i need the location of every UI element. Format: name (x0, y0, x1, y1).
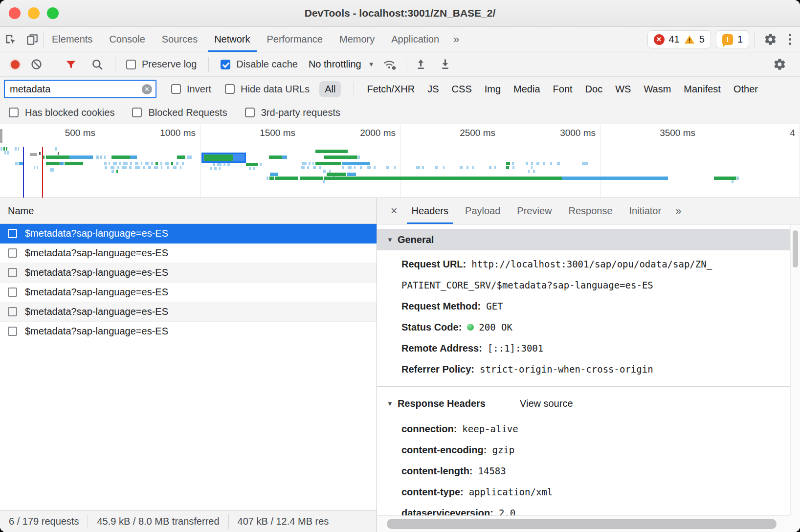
tab-sources[interactable]: Sources (154, 27, 206, 52)
network-toolbar: Preserve log Disable cache No throttling… (0, 52, 800, 77)
row-checkbox[interactable] (8, 307, 17, 316)
tab-performance[interactable]: Performance (259, 27, 332, 52)
inspect-element-icon[interactable] (0, 27, 22, 52)
tab-console[interactable]: Console (101, 27, 153, 52)
waterfall-bar (113, 162, 117, 165)
waterfall-bar (171, 162, 173, 165)
waterfall-bar (130, 155, 137, 159)
settings-gear-icon[interactable] (759, 33, 781, 46)
type-filter-img[interactable]: Img (485, 84, 501, 95)
import-har-icon[interactable] (410, 52, 432, 76)
issues-badge[interactable]: ! 1 (716, 30, 749, 48)
type-filter-other[interactable]: Other (733, 84, 758, 95)
section-divider (377, 386, 790, 387)
blocked-requests-checkbox[interactable] (132, 108, 142, 117)
row-checkbox[interactable] (8, 248, 17, 258)
table-row[interactable]: $metadata?sap-language=es-ES (0, 263, 377, 283)
type-filter-css[interactable]: CSS (452, 84, 472, 95)
type-filter-media[interactable]: Media (513, 84, 540, 95)
device-toolbar-icon[interactable] (22, 27, 43, 52)
window-title: DevTools - localhost:3001/ZN_BASE_2/ (305, 7, 496, 19)
network-overview-timeline[interactable]: 500 ms1000 ms1500 ms2000 ms2500 ms3000 m… (0, 124, 800, 198)
vertical-scrollbar-thumb[interactable] (793, 230, 798, 267)
clear-filter-icon[interactable]: ✕ (142, 84, 152, 94)
waterfall-bar (562, 177, 668, 180)
waterfall-bar (315, 162, 341, 165)
response-headers-section-header[interactable]: ▼ Response Headers View source (377, 392, 790, 415)
type-filter-js[interactable]: JS (427, 84, 439, 95)
type-filter-font[interactable]: Font (553, 84, 573, 95)
timeline-gridline (500, 124, 500, 198)
table-row[interactable]: $metadata?sap-language=es-ES (0, 302, 377, 322)
type-filter-ws[interactable]: WS (615, 84, 631, 95)
network-settings-gear-icon[interactable] (769, 52, 790, 76)
has-blocked-cookies-checkbox[interactable] (9, 108, 19, 117)
general-section-header[interactable]: ▼ General (377, 229, 790, 250)
row-checkbox[interactable] (8, 327, 17, 336)
record-network-log-button[interactable] (11, 60, 20, 69)
clear-network-log-icon[interactable] (25, 52, 47, 76)
horizontal-scrollbar-thumb[interactable] (387, 519, 777, 529)
column-header-name[interactable]: Name (0, 198, 377, 224)
hide-data-urls-label: Hide data URLs (241, 84, 310, 95)
details-tab-initiator[interactable]: Initiator (621, 198, 670, 224)
waterfall-bar (472, 166, 474, 169)
waterfall-bar (135, 162, 138, 165)
table-row[interactable]: $metadata?sap-language=es-ES (0, 224, 377, 244)
close-details-icon[interactable]: × (385, 204, 403, 218)
type-filter-fetch-xhr[interactable]: Fetch/XHR (367, 84, 415, 95)
search-icon[interactable] (87, 52, 108, 76)
disable-cache-checkbox[interactable] (221, 60, 230, 69)
details-tab-headers[interactable]: Headers (403, 198, 457, 224)
kebab-menu-icon[interactable] (786, 34, 800, 45)
horizontal-scrollbar-track (377, 515, 790, 532)
waterfall-bar (46, 155, 69, 159)
waterfall-bar (394, 166, 396, 169)
network-conditions-icon[interactable] (379, 52, 401, 76)
console-errors-warnings-badge[interactable]: ✕ 41 5 (647, 30, 711, 48)
details-tab-payload[interactable]: Payload (457, 198, 509, 224)
tab-elements[interactable]: Elements (44, 27, 101, 52)
type-filter-wasm[interactable]: Wasm (644, 84, 671, 95)
type-filter-doc[interactable]: Doc (585, 84, 603, 95)
table-row[interactable]: $metadata?sap-language=es-ES (0, 244, 377, 263)
close-window-button[interactable] (9, 7, 21, 19)
resource-type-filters: AllFetch/XHRJSCSSImgMediaFontDocWSWasmMa… (319, 81, 758, 97)
view-source-button[interactable]: View source (520, 398, 573, 409)
waterfall-bar (111, 155, 130, 159)
filter-funnel-icon[interactable] (60, 52, 82, 76)
waterfall-bar (4, 151, 6, 155)
waterfall-bar (217, 163, 222, 166)
tab-application[interactable]: Application (383, 27, 447, 52)
table-row[interactable]: $metadata?sap-language=es-ES (0, 283, 377, 302)
export-har-icon[interactable] (435, 52, 456, 76)
waterfall-bar (50, 168, 54, 172)
type-filter-manifest[interactable]: Manifest (684, 84, 721, 95)
warning-count: 5 (699, 34, 705, 45)
vertical-scrollbar-track (790, 224, 800, 515)
table-row[interactable]: $metadata?sap-language=es-ES (0, 322, 377, 341)
minimize-window-button[interactable] (28, 7, 40, 19)
zoom-window-button[interactable] (47, 7, 59, 19)
row-checkbox[interactable] (8, 288, 17, 297)
details-more-tabs-icon[interactable]: » (669, 205, 687, 218)
tab-network[interactable]: Network (206, 27, 258, 52)
row-checkbox[interactable] (8, 229, 17, 238)
waterfall-bar (7, 151, 9, 155)
row-checkbox[interactable] (8, 268, 17, 277)
header-value: gzip (492, 444, 514, 455)
type-filter-all[interactable]: All (319, 81, 341, 97)
tab-memory[interactable]: Memory (331, 27, 383, 52)
filter-input[interactable] (4, 80, 156, 98)
details-tab-response[interactable]: Response (560, 198, 621, 224)
selected-request-highlight[interactable] (201, 153, 246, 163)
hide-data-urls-checkbox[interactable] (225, 84, 235, 94)
waterfall-bar (323, 170, 326, 173)
more-tabs-icon[interactable]: » (447, 33, 465, 46)
details-tab-preview[interactable]: Preview (509, 198, 560, 224)
details-tabs: HeadersPayloadPreviewResponseInitiator (403, 198, 669, 224)
3rd-party-requests-checkbox[interactable] (245, 108, 255, 117)
throttling-select[interactable]: No throttling ▼ (309, 59, 375, 70)
preserve-log-checkbox[interactable] (126, 60, 136, 69)
invert-checkbox[interactable] (171, 84, 181, 94)
